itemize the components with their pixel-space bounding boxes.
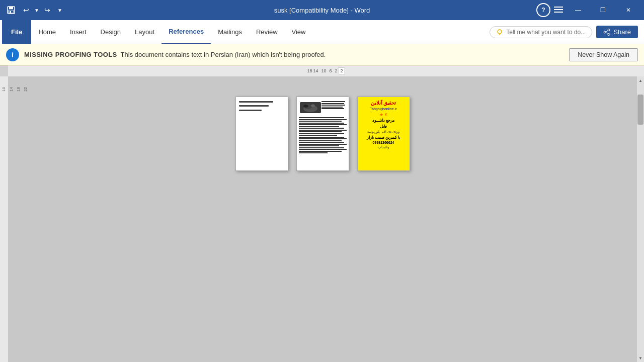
window-title: susk [Compatibility Mode] - Word — [216, 7, 428, 14]
lightbulb-icon — [496, 29, 503, 36]
document-canvas[interactable]: تحقیق آنلاین Tahghighonline.ir € ★ مرجع … — [8, 76, 637, 362]
tell-me-input[interactable]: Tell me what you want to do... — [490, 26, 592, 38]
minimize-button[interactable]: — — [567, 2, 590, 18]
undo-button[interactable]: ↩ — [21, 5, 31, 16]
info-icon: i — [6, 48, 19, 61]
info-body: This document contains text in Persian (… — [121, 51, 326, 58]
page-1[interactable] — [235, 97, 288, 171]
ribbon: File Home Insert Design Layout Reference… — [0, 20, 644, 44]
info-bar: i MISSING PROOFING TOOLS This document c… — [0, 44, 644, 65]
ad-title: تحقیق آنلاین — [371, 100, 396, 106]
tell-me-placeholder: Tell me what you want to do... — [506, 29, 586, 36]
undo-area: ↩ ▼ ↪ — [21, 5, 52, 16]
tab-view[interactable]: View — [285, 20, 313, 44]
tab-mailings[interactable]: Mailings — [211, 20, 249, 44]
ad-content: تحقیق آنلاین Tahghighonline.ir € ★ مرجع … — [358, 97, 410, 170]
page-3[interactable]: تحقیق آنلاین Tahghighonline.ir € ★ مرجع … — [357, 97, 410, 171]
share-icon — [603, 29, 610, 36]
ribbon-display-icon[interactable] — [552, 4, 565, 16]
close-button[interactable]: ✕ — [617, 2, 640, 18]
page-2[interactable] — [296, 97, 349, 171]
ad-ref2: فایل — [380, 124, 387, 129]
horizontal-ruler: 18 14 10 6 2 2 — [0, 65, 644, 76]
ad-ref1: مرجع دانلـــود — [372, 118, 394, 123]
tab-layout[interactable]: Layout — [128, 20, 162, 44]
ad-site: Tahghighonline.ir — [370, 107, 397, 111]
info-label: MISSING PROOFING TOOLS — [24, 51, 117, 58]
tab-references[interactable]: References — [162, 20, 211, 44]
redo-button[interactable]: ↪ — [42, 5, 52, 16]
ad-star: € ★ — [379, 112, 387, 117]
svg-rect-6 — [554, 12, 563, 13]
title-text: susk [Compatibility Mode] - Word — [274, 7, 370, 14]
never-show-button[interactable]: Never Show Again — [569, 48, 638, 61]
svg-point-12 — [604, 31, 606, 33]
tab-file[interactable]: File — [2, 20, 31, 44]
help-icon[interactable]: ? — [536, 3, 550, 17]
svg-rect-8 — [499, 34, 501, 35]
undo-dropdown[interactable]: ▼ — [32, 6, 41, 15]
svg-rect-4 — [554, 7, 563, 8]
tab-insert[interactable]: Insert — [63, 20, 94, 44]
share-button[interactable]: Share — [596, 26, 638, 38]
svg-rect-9 — [499, 34, 500, 35]
svg-point-17 — [303, 105, 308, 108]
save-icon[interactable] — [4, 3, 18, 17]
tab-design[interactable]: Design — [94, 20, 128, 44]
svg-rect-3 — [10, 11, 11, 13]
pages-row: تحقیق آنلاین Tahghighonline.ir € ★ مرجع … — [235, 97, 410, 171]
scroll-up-button[interactable]: ▲ — [637, 76, 644, 84]
ad-desc: وردی-دی اف- پاورپونت — [367, 130, 399, 134]
restore-button[interactable]: ❐ — [592, 2, 615, 18]
main-area: 2 2 6 10 14 18 22 — [0, 76, 644, 362]
ad-phone: 09981366624 — [373, 141, 394, 144]
scroll-down-button[interactable]: ▼ — [637, 354, 644, 362]
svg-point-7 — [498, 30, 502, 34]
svg-rect-5 — [554, 9, 563, 10]
page2-image-bird — [300, 102, 321, 113]
info-message: MISSING PROOFING TOOLS This document con… — [24, 51, 564, 58]
title-bar-controls: ? — ❐ ✕ — [428, 2, 640, 18]
page-1-content — [236, 97, 288, 115]
title-bar-left: ↩ ▼ ↪ ▼ — [4, 3, 216, 17]
svg-point-11 — [608, 33, 610, 35]
svg-line-13 — [606, 30, 608, 32]
tab-home[interactable]: Home — [31, 20, 63, 44]
ribbon-right: Tell me what you want to do... Share — [490, 26, 642, 38]
customize-qat[interactable]: ▼ — [55, 6, 64, 15]
svg-point-10 — [608, 29, 610, 31]
svg-point-18 — [311, 105, 315, 107]
ruler-track: 18 14 10 6 2 2 — [8, 65, 644, 76]
scrollbar-track[interactable] — [637, 84, 644, 354]
share-label: Share — [613, 28, 631, 36]
ruler-left-marker — [0, 65, 8, 76]
ad-slogan: با کمترین قیمت بازار — [367, 135, 400, 140]
vertical-ruler: 2 2 6 10 14 18 22 — [0, 76, 8, 362]
vertical-scrollbar[interactable]: ▲ ▼ — [637, 76, 644, 362]
svg-line-14 — [606, 32, 608, 34]
scrollbar-thumb[interactable] — [637, 95, 643, 125]
tab-review[interactable]: Review — [249, 20, 285, 44]
title-bar: ↩ ▼ ↪ ▼ susk [Compatibility Mode] - Word… — [0, 0, 644, 20]
svg-rect-1 — [9, 7, 13, 9]
ad-suffix: واتساپ — [378, 145, 389, 149]
